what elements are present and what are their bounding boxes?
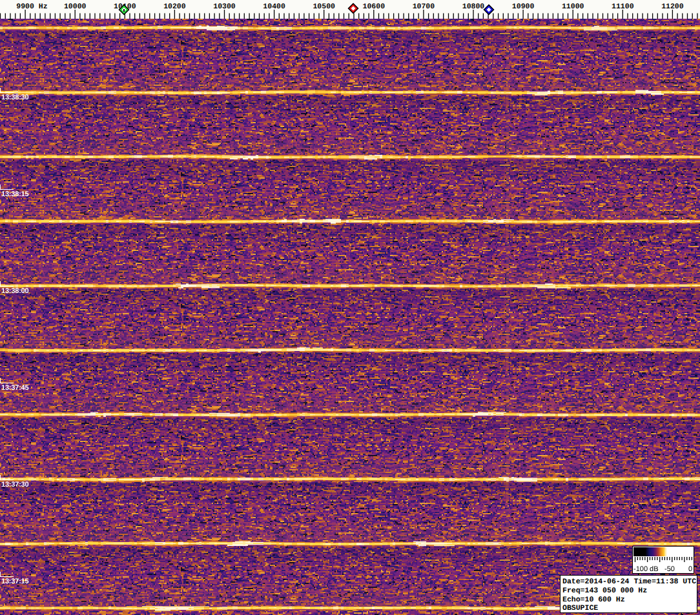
svg-text:0: 0 [688,565,692,573]
svg-text:-100 dB: -100 dB [633,565,659,573]
svg-text:10500: 10500 [313,3,335,11]
svg-text:10600: 10600 [363,3,386,11]
svg-text:10000: 10000 [64,3,87,11]
svg-text:11200: 11200 [661,3,684,11]
svg-text:11000: 11000 [562,3,584,11]
svg-text:10700: 10700 [413,3,435,11]
svg-text:9900 Hz: 9900 Hz [16,3,47,11]
svg-text:10200: 10200 [163,3,186,11]
svg-text:10900: 10900 [512,3,535,11]
svg-text:11100: 11100 [612,3,634,11]
svg-text:-50: -50 [664,565,675,573]
svg-text:10300: 10300 [213,3,236,11]
svg-text:10800: 10800 [462,3,485,11]
svg-text:10400: 10400 [263,3,285,11]
